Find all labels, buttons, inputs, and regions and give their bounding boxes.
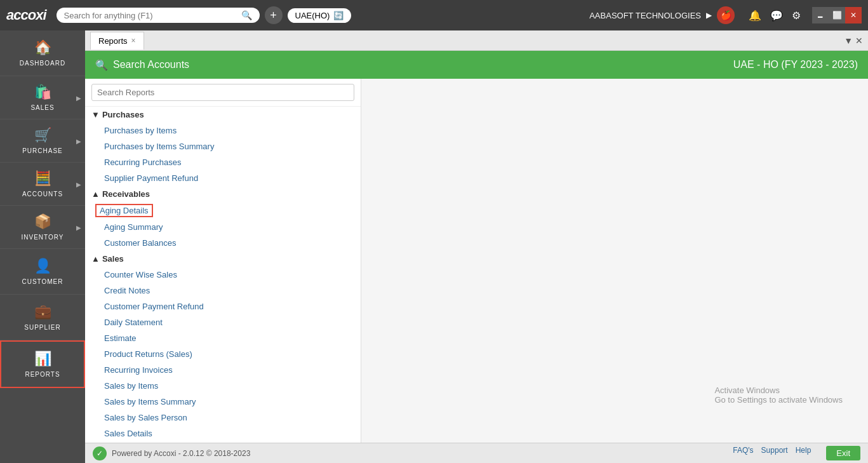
sidebar-item-dashboard[interactable]: 🏠 DASHBOARD [0,30,85,76]
report-item-product-returns[interactable]: Product Returns (Sales) [85,346,361,362]
sidebar-item-reports[interactable]: 📊 REPORTS [0,340,85,388]
report-item-credit-notes[interactable]: Credit Notes [85,283,361,299]
inventory-arrow-icon: ▶ [76,224,81,231]
category-sales[interactable]: ▲ Sales [85,251,361,267]
tab-label: Reports [98,36,128,46]
sidebar-item-supplier[interactable]: 💼 SUPPLIER [0,295,85,340]
message-icon[interactable]: 💬 [768,7,785,24]
report-list: ▼ Purchases Purchases by Items Purchases… [85,107,361,443]
sidebar-label-dashboard: DASHBOARD [20,60,65,67]
branch-label: UAE(HO) [295,11,330,20]
supplier-icon: 💼 [34,304,51,320]
dashboard-icon: 🏠 [34,39,51,56]
exit-button[interactable]: Exit [826,446,860,460]
faq-link[interactable]: FAQ's [733,446,753,460]
inventory-icon: 📦 [34,213,51,230]
report-item-recurring-purchases[interactable]: Recurring Purchases [85,154,361,170]
report-item-customer-balances[interactable]: Customer Balances [85,235,361,251]
topbar-icons: 🔔 💬 ⚙ [746,7,803,24]
report-item-sales-by-sales-person[interactable]: Sales by Sales Person [85,410,361,426]
sidebar-item-purchase[interactable]: 🛒 PURCHASE ▶ [0,119,85,163]
window-controls: 🗕 ⬜ ✕ [812,7,862,23]
reports-search-area[interactable] [85,79,361,107]
report-item-purchases-by-items[interactable]: Purchases by Items [85,123,361,138]
report-item-daily-statement[interactable]: Daily Statement [85,314,361,330]
branch-selector[interactable]: UAE(HO) 🔄 [288,8,352,23]
settings-icon[interactable]: ⚙ [789,7,803,24]
report-item-counter-wise-sales[interactable]: Counter Wise Sales [85,267,361,283]
help-link[interactable]: Help [796,446,811,460]
activate-windows-notice: Activate Windows Go to Settings to activ… [714,386,843,405]
sidebar-label-sales: SALES [30,104,54,111]
reports-right-panel: Activate Windows Go to Settings to activ… [361,79,868,443]
maximize-button[interactable]: ⬜ [829,7,845,23]
tab-reports[interactable]: Reports × [90,32,144,50]
report-item-sales-by-items-summary[interactable]: Sales by Items Summary [85,394,361,410]
accounts-arrow-icon: ▶ [76,180,81,187]
global-search-input[interactable] [64,11,241,20]
sidebar-item-inventory[interactable]: 📦 INVENTORY ▶ [0,206,85,249]
avatar: 🍎 [717,6,735,24]
header-title: Search Accounts [113,59,189,70]
reports-search-input[interactable] [91,84,354,101]
tab-window-close-button[interactable]: ✕ [855,36,863,46]
report-item-sales-details[interactable]: Sales Details [85,426,361,441]
report-item-purchases-by-items-summary[interactable]: Purchases by Items Summary [85,138,361,154]
logo: accoxi [6,7,46,23]
sidebar-label-inventory: INVENTORY [22,234,64,241]
report-item-sales-by-items[interactable]: Sales by Items [85,378,361,394]
activate-windows-sub: Go to Settings to activate Windows [714,395,843,405]
refresh-icon[interactable]: 🔄 [333,11,344,20]
sidebar-label-supplier: SUPPLIER [24,324,60,331]
sidebar-item-sales[interactable]: 🛍️ SALES ▶ [0,76,85,119]
header-subtitle: UAE - HO (FY 2023 - 2023) [733,59,858,70]
add-button[interactable]: + [265,6,283,24]
tab-close-button[interactable]: × [131,36,136,45]
sales-arrow-icon: ▶ [76,94,81,101]
report-item-aging-summary[interactable]: Aging Summary [85,219,361,235]
tab-actions: ▼ ✕ [844,36,863,46]
report-item-supplier-payment-refund[interactable]: Supplier Payment Refund [85,170,361,186]
notification-icon[interactable]: 🔔 [746,7,764,24]
header-search-icon: 🔍 [95,59,108,71]
sidebar-item-accounts[interactable]: 🧮 ACCOUNTS ▶ [0,163,85,206]
category-purchases[interactable]: ▼ Purchases [85,107,361,123]
header-left: 🔍 Search Accounts [95,59,189,71]
reports-icon: 📊 [34,351,51,367]
report-item-estimate[interactable]: Estimate [85,330,361,346]
sales-icon: 🛍️ [34,84,51,100]
main-layout: 🏠 DASHBOARD 🛍️ SALES ▶ 🛒 PURCHASE ▶ 🧮 AC… [0,30,868,463]
reports-panel: ▼ Purchases Purchases by Items Purchases… [85,79,868,443]
customer-icon: 👤 [34,258,51,274]
category-receivables-label: Receivables [102,189,150,199]
sidebar-label-reports: REPORTS [25,371,60,378]
sidebar-item-customer[interactable]: 👤 CUSTOMER [0,249,85,295]
global-search-bar[interactable]: 🔍 [57,8,260,23]
category-sales-label: Sales [102,254,124,264]
topbar: accoxi 🔍 + UAE(HO) 🔄 AABASOFT TECHNOLOGI… [0,0,868,30]
sidebar-label-customer: CUSTOMER [22,278,63,285]
tab-bar: Reports × ▼ ✕ [85,30,868,51]
receivables-collapse-icon: ▲ [91,189,100,199]
category-receivables[interactable]: ▲ Receivables [85,186,361,202]
footer-links: FAQ's Support Help Exit [733,446,860,460]
tab-pin-button[interactable]: ▼ [844,36,853,46]
report-item-recurring-invoices[interactable]: Recurring Invoices [85,362,361,378]
report-item-aging-details[interactable]: Aging Details [95,204,153,217]
sidebar-label-accounts: ACCOUNTS [22,191,63,198]
report-item-customer-payment-refund[interactable]: Customer Payment Refund [85,299,361,314]
search-icon: 🔍 [241,10,252,20]
minimize-button[interactable]: 🗕 [812,7,829,23]
sidebar-label-purchase: PURCHASE [22,147,63,154]
footer-powered-by: Powered by Accoxi - 2.0.12 © 2018-2023 [112,449,250,458]
report-item-aging-details-wrap[interactable]: Aging Details [85,202,361,219]
close-button[interactable]: ✕ [845,7,862,23]
green-header: 🔍 Search Accounts UAE - HO (FY 2023 - 20… [85,51,868,79]
sales-collapse-icon: ▲ [91,254,100,264]
support-link[interactable]: Support [761,446,788,460]
activate-windows-title: Activate Windows [714,386,843,395]
reports-left-panel: ▼ Purchases Purchases by Items Purchases… [85,79,361,443]
accounts-icon: 🧮 [34,170,51,187]
company-name: AABASOFT TECHNOLOGIES [589,11,701,20]
category-purchases-label: Purchases [102,110,144,119]
